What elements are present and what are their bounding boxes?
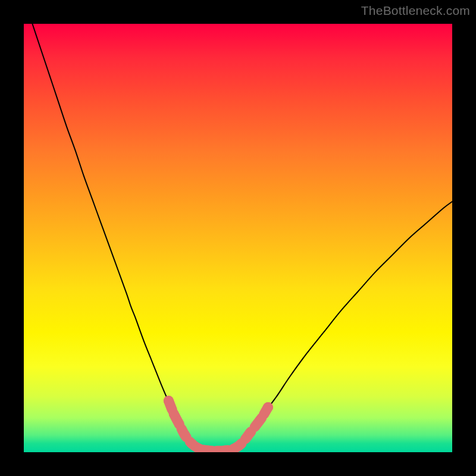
highlight-dot bbox=[174, 419, 184, 430]
chart-frame: TheBottleneck.com bbox=[0, 0, 476, 476]
highlight-dot bbox=[263, 402, 273, 412]
curves-svg bbox=[24, 24, 452, 452]
highlight-dot bbox=[245, 428, 255, 438]
highlight-dot bbox=[236, 439, 246, 449]
highlight-dot bbox=[180, 430, 190, 440]
watermark-text: TheBottleneck.com bbox=[361, 4, 470, 18]
highlight-dot bbox=[169, 409, 179, 419]
highlight-dot bbox=[256, 413, 267, 423]
highlight-dot bbox=[164, 396, 174, 406]
plot-area bbox=[24, 24, 452, 452]
bottleneck-curve bbox=[32, 24, 452, 452]
